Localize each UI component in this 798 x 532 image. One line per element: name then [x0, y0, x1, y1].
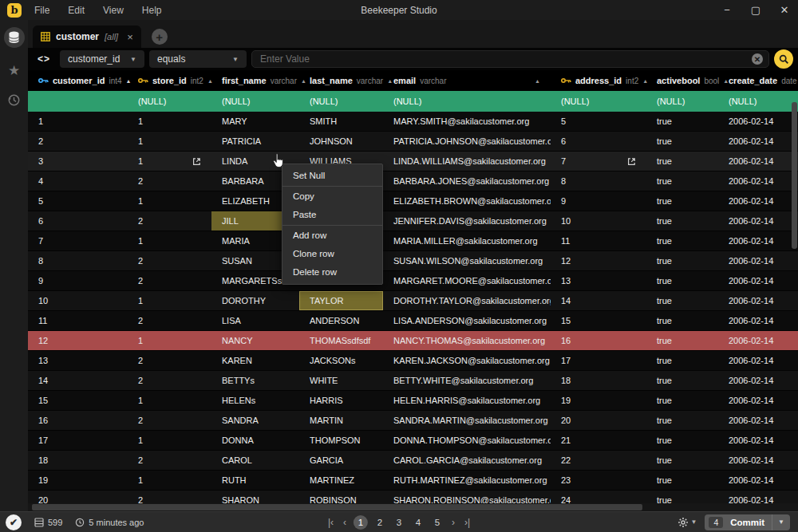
table-cell[interactable]: PATRICIA — [211, 132, 299, 151]
history-clock-icon[interactable] — [7, 93, 21, 109]
table-cell[interactable]: 2 — [128, 171, 211, 191]
table-cell[interactable]: true — [646, 171, 718, 191]
table-cell[interactable]: 2006-02-14 — [718, 371, 798, 390]
table-cell[interactable]: 1 — [128, 431, 211, 450]
filter-value-input[interactable]: Enter Value ✕ — [251, 50, 769, 68]
apply-filter-button[interactable] — [774, 49, 793, 69]
table-cell[interactable]: 14 — [28, 371, 128, 390]
table-cell[interactable]: 1 — [128, 152, 211, 171]
table-cell[interactable]: SUSAN.WILSON@sakilacustomer.org — [383, 251, 551, 270]
tab-close-icon[interactable]: × — [127, 31, 133, 43]
insert-row-cell[interactable] — [28, 91, 128, 112]
table-cell[interactable]: true — [646, 251, 718, 270]
table-cell[interactable]: 8 — [551, 171, 646, 191]
close-button[interactable]: ✕ — [779, 0, 790, 20]
table-cell[interactable]: 19 — [28, 471, 128, 490]
column-header-address_id[interactable]: address_idint2▲ — [551, 70, 646, 91]
foreign-key-link[interactable] — [192, 157, 201, 166]
table-cell[interactable]: true — [646, 191, 718, 211]
table-cell[interactable]: 13 — [28, 351, 128, 370]
table-cell[interactable]: 9 — [551, 191, 646, 211]
table-cell[interactable]: 2 — [128, 251, 211, 270]
table-cell[interactable]: CAROL.GARCIA@sakilacustomer.org — [383, 451, 551, 470]
next-page-button[interactable]: › — [449, 517, 457, 528]
table-cell[interactable]: 7 — [28, 231, 128, 250]
table-cell[interactable]: NANCY — [211, 331, 299, 350]
table-cell[interactable]: MARGARET.MOORE@sakilacustomer.org — [383, 271, 551, 290]
menu-edit[interactable]: Edit — [68, 5, 85, 16]
table-cell[interactable]: DOROTHY.TAYLOR@sakilacustomer.org — [383, 291, 551, 310]
sql-code-toggle-icon[interactable]: <> — [33, 51, 55, 68]
table-cell[interactable]: DONNA — [211, 431, 299, 450]
table-cell[interactable]: 11 — [551, 231, 646, 250]
table-cell[interactable]: TAYLOR — [299, 291, 383, 310]
minimize-button[interactable]: − — [721, 0, 733, 20]
table-cell[interactable]: 5 — [28, 191, 128, 211]
table-cell[interactable]: 2006-02-14 — [718, 191, 798, 211]
open-foreign-key-icon[interactable] — [627, 157, 636, 166]
table-cell[interactable]: MARTIN — [299, 411, 383, 430]
page-button-1[interactable]: 1 — [354, 515, 368, 530]
table-cell[interactable]: 8 — [28, 251, 128, 270]
insert-row-cell[interactable]: (NULL) — [551, 91, 646, 112]
table-cell[interactable]: 2 — [28, 132, 128, 151]
table-cell[interactable]: 4 — [28, 171, 128, 191]
table-cell[interactable]: LISA — [211, 311, 299, 330]
insert-row-cell[interactable]: (NULL) — [211, 91, 299, 112]
table-cell[interactable]: 10 — [551, 211, 646, 231]
table-cell[interactable]: 6 — [28, 211, 128, 231]
column-header-last_name[interactable]: last_namevarchar▲ — [299, 70, 383, 91]
table-row[interactable]: 21PATRICIAJOHNSONPATRICIA.JOHNSON@sakila… — [28, 132, 798, 152]
commit-dropdown-caret[interactable]: ▼ — [772, 514, 790, 530]
table-cell[interactable]: HELENs — [211, 391, 299, 410]
insert-row[interactable]: (NULL)(NULL)(NULL)(NULL)(NULL)(NULL)(NUL… — [28, 91, 798, 112]
table-cell[interactable]: 3 — [28, 152, 128, 171]
table-cell[interactable]: SANDRA — [211, 411, 299, 430]
table-cell[interactable]: MARY — [211, 112, 299, 131]
menu-view[interactable]: View — [103, 5, 124, 16]
insert-row-cell[interactable]: (NULL) — [383, 91, 551, 112]
insert-row-cell[interactable]: (NULL) — [718, 91, 798, 112]
table-row[interactable]: 151HELENsHARRISHELEN.HARRIS@sakilacustom… — [28, 391, 798, 411]
table-settings-button[interactable]: ▼ — [678, 517, 697, 528]
column-header-email[interactable]: emailvarchar▲ — [383, 70, 551, 91]
table-cell[interactable]: KAREN — [211, 351, 299, 370]
table-cell[interactable]: PATRICIA.JOHNSON@sakilacustomer.org — [383, 132, 551, 151]
table-cell[interactable]: 6 — [551, 132, 646, 151]
table-cell[interactable]: 1 — [128, 291, 211, 310]
context-menu-item-set-null[interactable]: Set Null — [282, 167, 382, 185]
prev-page-button[interactable]: ‹ — [341, 517, 349, 528]
first-page-button[interactable]: |‹ — [326, 517, 336, 528]
table-cell[interactable]: 2 — [128, 311, 211, 330]
table-cell[interactable]: 2006-02-14 — [718, 451, 798, 470]
table-row[interactable]: 92MARGARETSsMOORESMARGARET.MOORE@sakilac… — [28, 271, 798, 291]
table-cell[interactable]: 2 — [128, 211, 211, 231]
vertical-scrollbar-thumb[interactable] — [792, 102, 797, 249]
table-cell[interactable]: 2 — [128, 451, 211, 470]
table-cell[interactable]: true — [646, 211, 718, 231]
table-cell[interactable]: 10 — [28, 291, 128, 310]
table-cell[interactable]: 16 — [551, 331, 646, 350]
connection-ok-check-icon[interactable]: ✔ — [6, 514, 22, 530]
table-cell[interactable]: MARTINEZ — [299, 471, 383, 490]
insert-row-cell[interactable]: (NULL) — [646, 91, 718, 112]
table-row[interactable]: 171DONNATHOMPSONDONNA.THOMPSON@sakilacus… — [28, 431, 798, 451]
table-row[interactable]: 191RUTHMARTINEZRUTH.MARTINEZ@sakilacusto… — [28, 471, 798, 491]
horizontal-scrollbar-thumb[interactable] — [32, 504, 642, 510]
table-cell[interactable]: true — [646, 271, 718, 290]
table-cell[interactable]: 17 — [551, 351, 646, 370]
table-cell[interactable]: 14 — [551, 291, 646, 310]
table-cell[interactable]: true — [646, 112, 718, 131]
table-cell[interactable]: SMITH — [299, 112, 383, 131]
table-cell[interactable]: THOMASsdfsdf — [299, 331, 383, 350]
table-cell[interactable]: LISA.ANDERSON@sakilacustomer.org — [383, 311, 551, 330]
column-header-store_id[interactable]: store_idint2▲ — [128, 70, 211, 91]
column-header-create_date[interactable]: create_datedate▲ — [718, 70, 798, 91]
table-cell[interactable]: 23 — [551, 471, 646, 490]
table-cell[interactable]: 5 — [551, 112, 646, 131]
context-menu-item-clone-row[interactable]: Clone row — [282, 245, 382, 263]
menu-file[interactable]: File — [34, 5, 49, 16]
table-cell[interactable]: 2 — [128, 371, 211, 390]
table-cell[interactable]: 1 — [28, 112, 128, 131]
table-cell[interactable]: MARY.SMITH@sakilacustomer.org — [383, 112, 551, 131]
